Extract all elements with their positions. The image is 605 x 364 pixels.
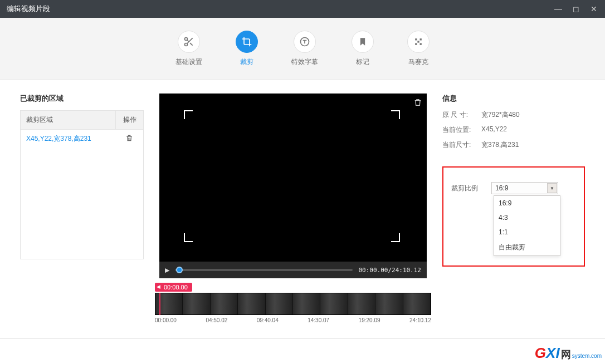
info-title: 信息 xyxy=(442,94,585,104)
ratio-row: 裁剪比例 16:9 ▼ 16:9 4:3 1:1 自由裁剪 xyxy=(451,182,576,194)
crop-icon xyxy=(236,31,258,53)
progress-bar[interactable] xyxy=(175,269,353,271)
mosaic-icon xyxy=(407,31,430,53)
svg-rect-10 xyxy=(420,43,422,45)
column-region: 裁剪区域 xyxy=(21,111,115,129)
ratio-option-free[interactable]: 自由裁剪 xyxy=(494,239,560,255)
column-action: 操作 xyxy=(115,111,143,129)
info-value: 宽792*高480 xyxy=(481,110,520,120)
watermark-xi: XI xyxy=(546,345,560,362)
maximize-button[interactable]: ◻ xyxy=(572,4,580,13)
thumbnail xyxy=(183,293,210,314)
region-link[interactable]: X45,Y22,宽378,高231 xyxy=(26,134,121,144)
tab-effects-subtitle[interactable]: 特效字幕 xyxy=(291,31,318,67)
info-block: 信息 原 尺 寸: 宽792*高480 当前位置: X45,Y22 当前尺寸: … xyxy=(442,94,585,150)
tab-label: 特效字幕 xyxy=(291,57,318,67)
svg-rect-9 xyxy=(415,43,417,45)
ratio-box: 裁剪比例 16:9 ▼ 16:9 4:3 1:1 自由裁剪 xyxy=(442,166,585,267)
info-row-position: 当前位置: X45,Y22 xyxy=(442,125,585,135)
crop-regions-title: 已裁剪的区域 xyxy=(20,94,144,104)
chevron-down-icon: ▼ xyxy=(547,183,557,193)
tab-bar: 基础设置 裁剪 特效字幕 标记 马赛克 xyxy=(0,18,605,80)
tick-label: 00:00.00 xyxy=(155,317,177,323)
watermark-sys: system.com xyxy=(572,353,602,359)
progress-thumb[interactable] xyxy=(176,267,183,273)
svg-rect-8 xyxy=(417,41,419,42)
video-preview[interactable] xyxy=(159,94,427,262)
thumbnail xyxy=(211,293,238,314)
close-button[interactable]: ✕ xyxy=(589,4,598,13)
ratio-label: 裁剪比例 xyxy=(451,184,478,193)
thumbnail xyxy=(403,293,431,314)
crop-handle-tr[interactable] xyxy=(391,110,400,119)
scissors-icon xyxy=(178,31,200,53)
ratio-selected: 16:9 xyxy=(495,184,547,192)
text-icon xyxy=(294,31,316,53)
tick-label: 09:40.04 xyxy=(257,317,279,323)
ratio-option-16-9[interactable]: 16:9 xyxy=(494,196,560,210)
tab-label: 标记 xyxy=(356,57,369,67)
tab-label: 基础设置 xyxy=(175,57,202,67)
crop-handle-tl[interactable] xyxy=(184,110,193,119)
svg-line-4 xyxy=(187,40,189,42)
delete-region-button[interactable] xyxy=(121,134,138,144)
ratio-option-4-3[interactable]: 4:3 xyxy=(494,210,560,225)
info-label: 当前尺寸: xyxy=(442,140,481,150)
svg-line-3 xyxy=(190,43,193,46)
info-value: 宽378,高231 xyxy=(481,140,519,150)
svg-rect-6 xyxy=(415,38,417,40)
info-value: X45,Y22 xyxy=(481,125,507,135)
delete-crop-button[interactable] xyxy=(413,98,422,109)
timeline-ticks: 00:00.00 04:50.02 09:40.04 14:30.07 19:2… xyxy=(155,317,431,323)
info-row-size: 当前尺寸: 宽378,高231 xyxy=(442,140,585,150)
playhead-marker[interactable]: 00:00.00 xyxy=(155,283,431,293)
bookmark-icon xyxy=(352,31,374,53)
timeline: 00:00.00 00:00.00 04:50.02 09:40.04 14:3… xyxy=(155,283,431,323)
table-row: X45,Y22,宽378,高231 xyxy=(21,130,143,148)
main-content: 已裁剪的区域 裁剪区域 操作 X45,Y22,宽378,高231 xyxy=(0,80,605,323)
svg-rect-7 xyxy=(420,38,422,40)
minimize-button[interactable]: — xyxy=(554,4,563,13)
ratio-select[interactable]: 16:9 ▼ xyxy=(491,182,558,194)
ratio-option-1-1[interactable]: 1:1 xyxy=(494,225,560,239)
thumbnail xyxy=(238,293,265,314)
thumbnail xyxy=(348,293,375,314)
trash-icon xyxy=(125,134,133,142)
play-button[interactable]: ▶ xyxy=(165,267,169,274)
footer: 完 xyxy=(0,338,605,364)
tab-label: 裁剪 xyxy=(240,57,253,67)
time-display: 00:00.00/24:10.12 xyxy=(358,267,421,274)
info-row-original-size: 原 尺 寸: 宽792*高480 xyxy=(442,110,585,120)
thumbnail xyxy=(320,293,348,314)
info-label: 当前位置: xyxy=(442,125,481,135)
thumbnail-strip[interactable] xyxy=(155,293,431,315)
tick-label: 14:30.07 xyxy=(308,317,329,323)
window-controls: — ◻ ✕ xyxy=(554,4,598,13)
watermark-g: G xyxy=(535,345,546,362)
ratio-dropdown: 16:9 4:3 1:1 自由裁剪 xyxy=(494,195,560,256)
tick-label: 19:20.09 xyxy=(359,317,380,323)
tab-mosaic[interactable]: 马赛克 xyxy=(407,31,430,67)
table-body: X45,Y22,宽378,高231 xyxy=(21,130,143,259)
watermark: G XI 网 system.com xyxy=(533,343,604,363)
titlebar: 编辑视频片段 — ◻ ✕ xyxy=(0,0,605,18)
tab-basic-settings[interactable]: 基础设置 xyxy=(175,31,202,67)
tab-label: 马赛克 xyxy=(408,57,428,67)
tab-mark[interactable]: 标记 xyxy=(352,31,374,67)
crop-handle-br[interactable] xyxy=(391,233,400,242)
tab-crop[interactable]: 裁剪 xyxy=(236,31,258,67)
table-header: 裁剪区域 操作 xyxy=(21,111,143,130)
crop-handle-bl[interactable] xyxy=(184,233,193,242)
playhead-flag[interactable]: 00:00.00 xyxy=(155,283,192,292)
left-panel: 已裁剪的区域 裁剪区域 操作 X45,Y22,宽378,高231 xyxy=(20,94,144,323)
crop-frame[interactable] xyxy=(184,110,400,242)
playhead-line xyxy=(159,293,160,315)
window-title: 编辑视频片段 xyxy=(7,4,554,14)
thumbnail xyxy=(266,293,293,314)
info-label: 原 尺 寸: xyxy=(442,110,481,120)
trash-icon xyxy=(413,98,422,107)
thumbnail xyxy=(293,293,320,314)
crop-regions-table: 裁剪区域 操作 X45,Y22,宽378,高231 xyxy=(20,110,144,259)
center-panel: ▶ 00:00.00/24:10.12 00:00.00 xyxy=(159,94,427,323)
watermark-cn: 网 xyxy=(561,348,571,361)
